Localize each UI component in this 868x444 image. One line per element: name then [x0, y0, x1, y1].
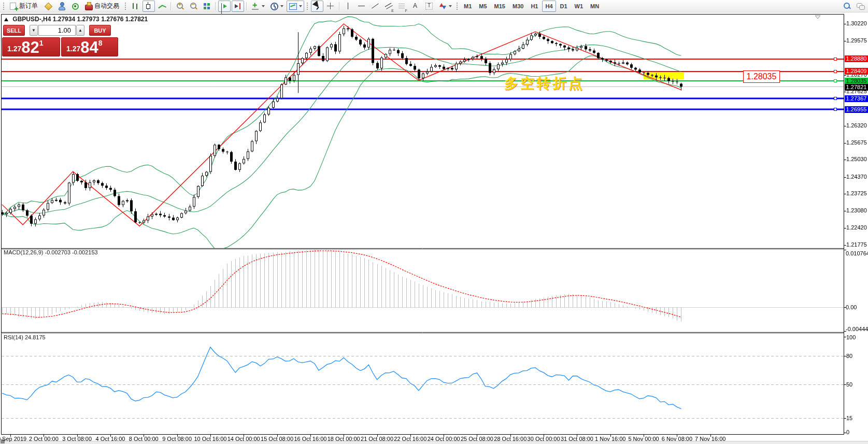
rsi-axis-tick-label: 15 [846, 415, 852, 421]
new-order-button[interactable]: 新订单 [7, 1, 41, 12]
chevron-down-icon[interactable] [262, 5, 265, 7]
time-axis-label: 9 Oct 08:00 [162, 436, 192, 442]
templates-button[interactable] [287, 1, 304, 12]
toolbar-grip [456, 2, 459, 10]
vertical-line-button[interactable] [342, 1, 354, 12]
search-button[interactable] [841, 1, 853, 12]
indicators-button[interactable] [249, 1, 267, 12]
toolbar: 新订单自动交易M1M5M15M30H1H4D1W1MN [0, 0, 868, 12]
fibonacci-button[interactable] [396, 1, 408, 12]
time-axis-label: 15 Oct 08:00 [261, 436, 293, 442]
buy-price-sup: 8 [98, 39, 103, 47]
signals-button[interactable] [69, 1, 81, 12]
tile-windows-icon [202, 2, 211, 11]
tile-windows-button[interactable] [201, 1, 213, 12]
sell-price-sup: 1 [39, 39, 44, 47]
community-button[interactable] [55, 1, 68, 12]
text-button[interactable] [409, 1, 422, 12]
chevron-down-icon[interactable] [299, 5, 302, 7]
toolbar-separator [246, 2, 247, 10]
crosshair-button[interactable] [324, 1, 337, 12]
timeframe-h4-button[interactable]: H4 [542, 1, 556, 12]
chat-button[interactable] [854, 1, 866, 12]
auto-trading-button[interactable]: 自动交易 [82, 1, 122, 12]
zoom-in-icon [175, 2, 184, 11]
rsi-axis-tick-label: 100 [846, 334, 856, 340]
equidistant-channel-button[interactable] [382, 1, 395, 12]
timeframe-w1-button[interactable]: W1 [572, 1, 587, 12]
price-axis-tick-label: 1.25030 [846, 156, 867, 162]
time-axis-label: 22 Oct 16:00 [394, 436, 426, 442]
timeframe-m15-button[interactable]: M15 [491, 1, 508, 12]
time-axis-label: 8 Oct 00:00 [129, 436, 159, 442]
price-axis-tick-label: 1.23080 [846, 207, 867, 213]
timeframe-m5-button[interactable]: M5 [476, 1, 490, 12]
timeframe-m30-button-label: M30 [511, 3, 525, 9]
toolbar-separator [339, 2, 340, 10]
timeframe-m1-button-label: M1 [462, 3, 473, 9]
rsi-axis-tick-label: 50 [846, 381, 852, 388]
auto-scroll-button[interactable] [218, 1, 231, 12]
toolbar-grip [3, 2, 5, 10]
time-axis-label: 30 Oct 00:00 [528, 436, 560, 442]
timeframe-h4-button-label: H4 [544, 3, 554, 9]
buy-button[interactable]: BUY [89, 25, 111, 36]
price-axis-tick-label: 1.26320 [846, 122, 867, 128]
zoom-in-button[interactable] [174, 1, 186, 12]
chart-canvas[interactable] [0, 0, 868, 444]
timeframe-h1-button[interactable]: H1 [528, 1, 541, 12]
sell-price-button[interactable]: 1.27 82 1 [2, 37, 60, 56]
volume-up-button[interactable]: ▲ [76, 25, 84, 36]
vertical-line-icon [344, 2, 353, 11]
indicators-icon [251, 2, 260, 11]
bar-chart-button[interactable] [129, 1, 141, 12]
time-axis-label: 24 Oct 00:00 [428, 436, 460, 442]
current-price-label: 1.27821 [845, 84, 868, 91]
candlestick-chart-button[interactable] [143, 1, 155, 12]
profiles-button[interactable] [42, 1, 54, 12]
timeframe-m15-button-label: M15 [493, 3, 507, 9]
timeframe-mn-button[interactable]: MN [587, 1, 602, 12]
chevron-down-icon[interactable] [449, 5, 452, 7]
text-label-icon [424, 2, 434, 11]
price-axis-tick-label: 1.29575 [846, 37, 867, 44]
price-level-label: 1.27367 [845, 95, 868, 102]
time-axis-label: 16 Oct 16:00 [294, 436, 326, 442]
symbol-period-label: GBPUSD-,H4 [12, 16, 51, 23]
chart-shift-icon [233, 2, 243, 11]
time-axis-label: 30 Sep 2019 [0, 436, 26, 442]
chart-title: GBPUSD-,H4 1.27934 1.27973 1.27676 1.278… [4, 16, 148, 23]
price-level-label: 1.28409 [845, 68, 868, 75]
timeframe-m30-button[interactable]: M30 [509, 1, 527, 12]
sell-button[interactable]: SELL [3, 25, 25, 36]
toolbar-grip [124, 2, 127, 10]
trendline-icon [371, 2, 380, 11]
price-level-label: 1.28880 [845, 55, 868, 62]
channel-icon [384, 2, 393, 11]
rsi-axis-tick-label: 0 [846, 429, 849, 435]
periods-button[interactable] [268, 1, 286, 12]
arrows-button[interactable] [436, 1, 454, 12]
zoom-out-button[interactable] [187, 1, 200, 12]
timeframe-d1-button-label: D1 [559, 3, 569, 9]
cursor-button[interactable] [311, 1, 323, 12]
time-axis-label: 1 Nov 16:00 [595, 436, 625, 442]
time-axis-label: 3 Oct 08:00 [62, 436, 92, 442]
chevron-down-icon[interactable] [280, 5, 283, 7]
collapse-panel-icon[interactable] [4, 18, 8, 21]
horizontal-line-button[interactable] [355, 1, 368, 12]
buy-price-button[interactable]: 1.27 84 8 [61, 37, 118, 56]
price-axis-tick-label: 1.25675 [846, 139, 867, 146]
text-label-button[interactable] [423, 1, 435, 12]
buy-price-prefix: 1.27 [66, 45, 80, 53]
trendline-button[interactable] [369, 1, 381, 12]
volume-down-button[interactable]: ▼ [30, 25, 38, 36]
chart-shift-button[interactable] [232, 1, 244, 12]
line-chart-button[interactable] [156, 1, 168, 12]
signal-icon [70, 2, 80, 11]
person-icon [57, 2, 66, 11]
price-alert-callout[interactable]: 1.28035 [743, 70, 780, 83]
volume-input[interactable] [38, 25, 76, 36]
timeframe-d1-button[interactable]: D1 [557, 1, 571, 12]
timeframe-m1-button[interactable]: M1 [461, 1, 475, 12]
